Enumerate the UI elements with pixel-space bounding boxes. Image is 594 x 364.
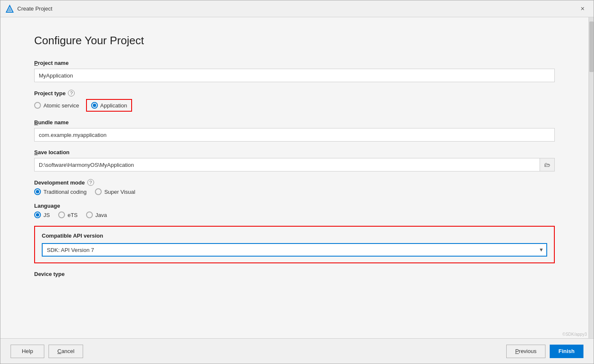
js-label: JS [43, 212, 50, 218]
watermark: ©SDK/appy3 [562, 332, 587, 337]
language-js[interactable]: JS [34, 211, 50, 218]
footer: Help Cancel Previous Finish [0, 338, 594, 364]
dev-mode-label: Development mode ? [34, 179, 555, 186]
application-label: Application [100, 102, 127, 109]
dev-mode-traditional[interactable]: Traditional coding [34, 188, 86, 195]
project-type-atomic[interactable]: Atomic service [34, 102, 79, 109]
atomic-label: Atomic service [43, 102, 79, 109]
project-type-label: Project type ? [34, 90, 555, 96]
save-location-input-row: 🗁 [34, 158, 555, 171]
supervisual-radio[interactable] [95, 188, 102, 195]
finish-button[interactable]: Finish [550, 345, 583, 358]
save-location-group: Save location 🗁 [34, 149, 555, 171]
project-type-help-icon[interactable]: ? [68, 90, 75, 96]
device-type-label: Device type [34, 271, 555, 277]
save-location-label: Save location [34, 149, 555, 155]
create-project-window: Create Project × Configure Your Project … [0, 0, 594, 364]
project-name-group: Project name [34, 60, 555, 82]
java-radio[interactable] [86, 211, 93, 218]
scrollbar[interactable] [589, 17, 594, 338]
close-button[interactable]: × [577, 3, 589, 15]
page-title: Configure Your Project [34, 34, 555, 47]
traditional-label: Traditional coding [43, 189, 86, 195]
js-radio[interactable] [34, 211, 41, 218]
cancel-button[interactable]: Cancel [49, 345, 83, 358]
api-version-select[interactable]: SDK: API Version 7 SDK: API Version 6 SD… [42, 243, 547, 257]
language-ets[interactable]: eTS [58, 211, 78, 218]
api-version-label: Compatible API version [42, 233, 547, 239]
ets-label: eTS [68, 212, 78, 218]
project-type-application-box: Application [86, 99, 132, 112]
language-options: JS eTS Java [34, 211, 555, 218]
dev-mode-group: Development mode ? Traditional coding Su… [34, 179, 555, 195]
save-location-input[interactable] [34, 158, 540, 171]
bundle-name-group: Bundle name [34, 119, 555, 142]
folder-icon: 🗁 [544, 161, 550, 168]
previous-button[interactable]: Previous [506, 345, 545, 358]
dev-mode-supervisual[interactable]: Super Visual [95, 188, 135, 195]
title-bar: Create Project × [0, 0, 594, 17]
window-title: Create Project [17, 5, 577, 12]
content-area: Configure Your Project Project name Proj… [0, 17, 594, 338]
language-group: Language JS eTS Java [34, 203, 555, 218]
footer-right-buttons: Previous Finish [506, 345, 583, 358]
main-content: Configure Your Project Project name Proj… [0, 17, 589, 338]
language-java[interactable]: Java [86, 211, 107, 218]
app-icon [5, 5, 14, 13]
browse-folder-button[interactable]: 🗁 [540, 158, 555, 171]
api-version-select-wrapper: SDK: API Version 7 SDK: API Version 6 SD… [42, 243, 547, 257]
project-name-input[interactable] [34, 69, 555, 82]
help-button[interactable]: Help [11, 345, 44, 358]
api-version-section: Compatible API version SDK: API Version … [34, 226, 555, 263]
supervisual-label: Super Visual [104, 189, 135, 195]
ets-radio[interactable] [58, 211, 65, 218]
bundle-name-label: Bundle name [34, 119, 555, 126]
language-label: Language [34, 203, 555, 209]
java-label: Java [95, 212, 107, 218]
footer-left-buttons: Help Cancel [11, 345, 83, 358]
application-radio[interactable] [91, 102, 98, 109]
dev-mode-options: Traditional coding Super Visual [34, 188, 555, 195]
device-type-group: Device type [34, 271, 555, 277]
dev-mode-help-icon[interactable]: ? [87, 179, 94, 186]
project-type-group: Project type ? Atomic service Applicatio… [34, 90, 555, 112]
traditional-radio[interactable] [34, 188, 41, 195]
bundle-name-input[interactable] [34, 128, 555, 142]
scrollbar-thumb[interactable] [589, 21, 594, 72]
project-name-label: Project name [34, 60, 555, 66]
project-type-application[interactable]: Application [91, 102, 127, 109]
project-type-options: Atomic service Application [34, 99, 555, 112]
atomic-radio[interactable] [34, 102, 41, 109]
